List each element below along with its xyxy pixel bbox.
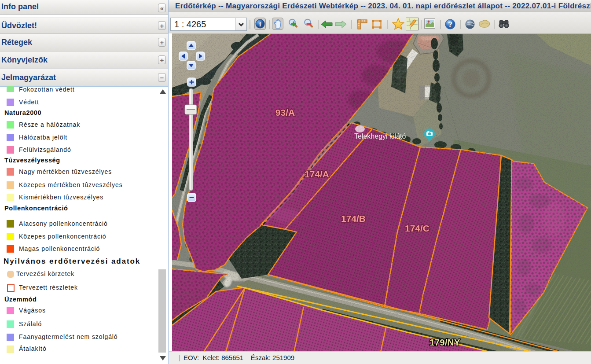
svg-text:174/B: 174/B — [341, 213, 366, 224]
svg-text:93/A: 93/A — [275, 107, 295, 118]
svg-text:i: i — [259, 21, 261, 28]
svg-text:174/C: 174/C — [405, 223, 429, 233]
svg-text:174/A: 174/A — [305, 169, 329, 179]
svg-text:?: ? — [448, 21, 452, 28]
svg-text:Telekhegyi kilátó: Telekhegyi kilátó — [354, 132, 406, 140]
svg-text:179/NY: 179/NY — [429, 338, 460, 347]
